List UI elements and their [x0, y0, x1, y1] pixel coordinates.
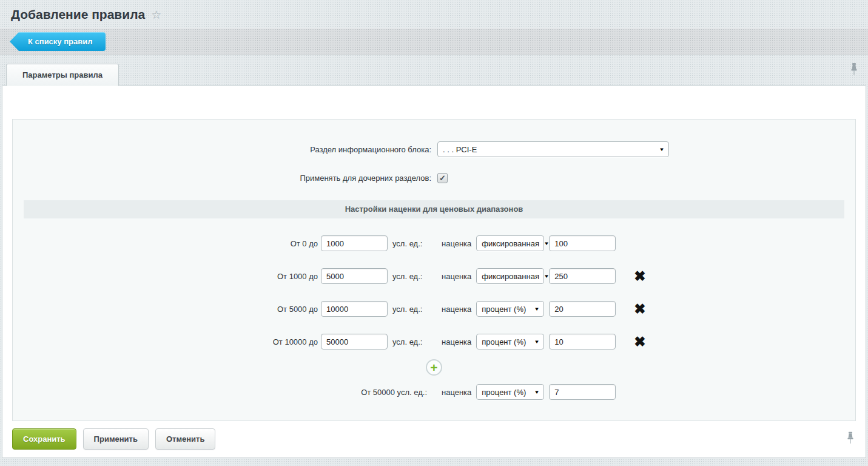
iblock-section-label: Раздел информационного блока:	[13, 145, 431, 154]
units-label: усл. ед.:	[392, 239, 427, 248]
add-row-button[interactable]: +	[426, 359, 442, 376]
pin-icon-glyph	[846, 432, 855, 445]
units-label: усл. ед.:	[392, 305, 427, 314]
remove-row-button[interactable]: ✖	[634, 335, 645, 349]
form-panel: Раздел информационного блока: . . . PCI-…	[12, 119, 856, 421]
markup-type-value: процент (%)	[482, 337, 526, 346]
apply-children-row: Применять для дочерних разделов: ✓	[13, 173, 855, 183]
markup-value-input[interactable]	[549, 334, 616, 350]
dropdown-arrow-icon: ▼	[534, 306, 540, 312]
range-from-label: От 5000 до	[13, 305, 321, 314]
range-from-label: От 1000 до	[13, 272, 321, 281]
markup-type-value: фиксированная	[482, 272, 539, 281]
form-content: Раздел информационного блока: . . . PCI-…	[2, 86, 866, 458]
markup-label: наценка	[442, 239, 471, 248]
price-range-row: От 1000 до усл. ед.: наценка фиксированн…	[13, 268, 855, 284]
price-range-final-row: От 50000 усл. ед.: наценка процент (%) ▼	[13, 384, 855, 400]
cancel-button[interactable]: Отменить	[155, 428, 216, 450]
pin-icon-glyph	[850, 63, 858, 76]
markup-type-value: фиксированная	[482, 239, 539, 248]
page-title: Добавление правила	[11, 7, 145, 22]
apply-button[interactable]: Применить	[83, 428, 149, 450]
markup-type-value: процент (%)	[482, 388, 526, 397]
units-label: усл. ед.:	[392, 272, 427, 281]
price-range-row: От 10000 до усл. ед.: наценка процент (%…	[13, 334, 855, 350]
favorite-star-icon[interactable]: ☆	[151, 8, 161, 22]
markup-type-value: процент (%)	[482, 305, 526, 314]
tab-rule-parameters[interactable]: Параметры правила	[6, 64, 119, 86]
markup-value-input[interactable]	[549, 384, 616, 400]
save-button[interactable]: Сохранить	[12, 428, 76, 450]
tab-strip: Параметры правила	[0, 59, 868, 86]
markup-type-select[interactable]: фиксированная ▼	[476, 268, 544, 284]
iblock-section-row: Раздел информационного блока: . . . PCI-…	[13, 141, 855, 157]
units-label: усл. ед.:	[392, 337, 427, 346]
ranges-section-header: Настройки наценки для ценовых диапазонов	[24, 200, 844, 218]
dropdown-arrow-icon: ▼	[534, 390, 540, 395]
pin-icon[interactable]	[850, 63, 858, 78]
markup-value-input[interactable]	[549, 235, 616, 251]
apply-children-checkbox[interactable]: ✓	[437, 173, 448, 183]
markup-label: наценка	[442, 272, 471, 281]
range-from-label: От 10000 до	[13, 337, 321, 346]
dropdown-arrow-icon: ▼	[659, 147, 665, 152]
range-from-label: От 0 до	[13, 239, 321, 248]
range-to-input[interactable]	[321, 268, 388, 284]
toolbar: К списку правил	[0, 28, 868, 55]
dropdown-arrow-icon: ▼	[543, 274, 550, 279]
range-to-input[interactable]	[321, 301, 388, 317]
pin-icon[interactable]	[846, 432, 855, 447]
markup-value-input[interactable]	[549, 301, 616, 317]
iblock-section-select-value: . . . PCI-E	[443, 145, 477, 154]
markup-type-select[interactable]: процент (%) ▼	[476, 334, 544, 350]
price-range-row: От 5000 до усл. ед.: наценка процент (%)…	[13, 301, 855, 317]
markup-label: наценка	[442, 305, 471, 314]
dropdown-arrow-icon: ▼	[543, 241, 550, 246]
apply-children-label: Применять для дочерних разделов:	[13, 174, 431, 183]
markup-label: наценка	[442, 337, 471, 346]
back-to-list-button[interactable]: К списку правил	[10, 32, 106, 51]
markup-value-input[interactable]	[549, 268, 616, 284]
markup-type-select[interactable]: фиксированная ▼	[476, 235, 544, 251]
markup-label: наценка	[442, 388, 471, 397]
dropdown-arrow-icon: ▼	[534, 339, 540, 345]
range-to-input[interactable]	[321, 235, 388, 251]
final-range-label: От 50000 усл. ед.:	[13, 388, 427, 397]
remove-row-button[interactable]: ✖	[634, 269, 645, 283]
page-header: Добавление правила ☆	[0, 0, 868, 24]
checkmark-icon: ✓	[439, 174, 446, 182]
remove-row-button[interactable]: ✖	[634, 302, 645, 316]
price-range-row: От 0 до усл. ед.: наценка фиксированная …	[13, 235, 855, 251]
footer-action-bar: Сохранить Применить Отменить	[2, 421, 866, 458]
iblock-section-select[interactable]: . . . PCI-E ▼	[437, 141, 669, 157]
markup-type-select[interactable]: процент (%) ▼	[476, 301, 544, 317]
range-to-input[interactable]	[321, 334, 388, 350]
markup-type-select[interactable]: процент (%) ▼	[476, 384, 544, 400]
